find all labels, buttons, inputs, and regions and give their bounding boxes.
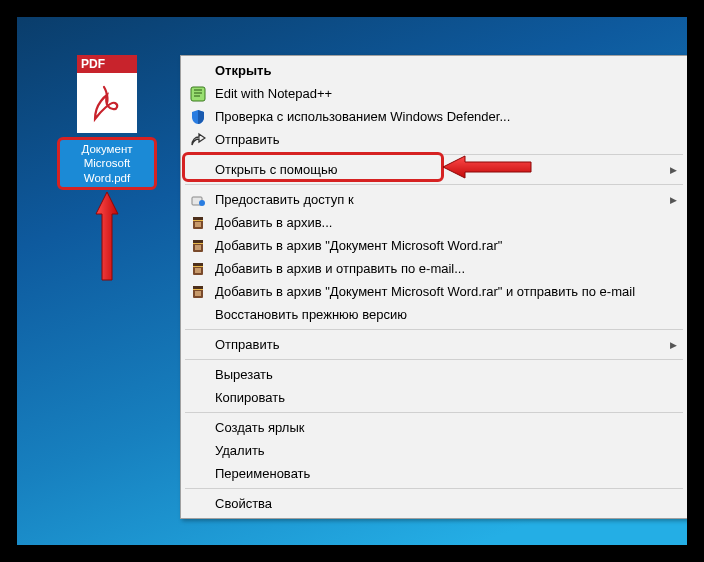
blank-icon bbox=[189, 442, 207, 460]
menu-separator bbox=[185, 184, 683, 185]
menu-separator bbox=[185, 329, 683, 330]
blank-icon bbox=[189, 389, 207, 407]
blank-icon bbox=[189, 306, 207, 324]
blank-icon bbox=[189, 419, 207, 437]
give-icon bbox=[189, 191, 207, 209]
svg-rect-8 bbox=[193, 240, 203, 243]
menu-item-label: Проверка с использованием Windows Defend… bbox=[215, 109, 663, 124]
menu-item[interactable]: Добавить в архив... bbox=[183, 211, 685, 234]
menu-item-label: Вырезать bbox=[215, 367, 663, 382]
rar-icon bbox=[189, 260, 207, 278]
share-icon bbox=[189, 131, 207, 149]
svg-rect-9 bbox=[195, 245, 201, 250]
menu-separator bbox=[185, 154, 683, 155]
menu-item-label: Edit with Notepad++ bbox=[215, 86, 663, 101]
menu-item-label: Копировать bbox=[215, 390, 663, 405]
menu-item[interactable]: Переименовать bbox=[183, 462, 685, 485]
blank-icon bbox=[189, 336, 207, 354]
blank-icon bbox=[189, 465, 207, 483]
menu-item-label: Добавить в архив "Документ Microsoft Wor… bbox=[215, 238, 663, 253]
menu-item-label: Восстановить прежнюю версию bbox=[215, 307, 663, 322]
menu-item-label: Добавить в архив... bbox=[215, 215, 663, 230]
menu-item[interactable]: Вырезать bbox=[183, 363, 685, 386]
menu-item[interactable]: Свойства bbox=[183, 492, 685, 515]
svg-rect-10 bbox=[193, 243, 203, 244]
menu-item[interactable]: Создать ярлык bbox=[183, 416, 685, 439]
blank-icon bbox=[189, 366, 207, 384]
menu-item-label: Свойства bbox=[215, 496, 663, 511]
desktop[interactable]: PDF Документ Microsoft Word.pdf ОткрытьE… bbox=[17, 17, 687, 545]
menu-item-label: Создать ярлык bbox=[215, 420, 663, 435]
rar-icon bbox=[189, 237, 207, 255]
svg-rect-16 bbox=[193, 286, 203, 289]
arrow-to-file bbox=[93, 192, 121, 282]
menu-item[interactable]: Edit with Notepad++ bbox=[183, 82, 685, 105]
svg-point-2 bbox=[199, 200, 205, 206]
menu-item-label: Отправить bbox=[215, 132, 663, 147]
menu-item-label: Предоставить доступ к bbox=[215, 192, 663, 207]
menu-item[interactable]: Открыть с помощью▶ bbox=[183, 158, 685, 181]
svg-rect-18 bbox=[193, 289, 203, 290]
blank-icon bbox=[189, 62, 207, 80]
pdf-file[interactable]: PDF Документ Microsoft Word.pdf bbox=[57, 55, 157, 190]
svg-rect-0 bbox=[191, 87, 205, 101]
menu-separator bbox=[185, 488, 683, 489]
menu-item-label: Открыть bbox=[215, 63, 663, 78]
svg-rect-13 bbox=[195, 268, 201, 273]
menu-item[interactable]: Проверка с использованием Windows Defend… bbox=[183, 105, 685, 128]
svg-rect-4 bbox=[193, 217, 203, 220]
rar-icon bbox=[189, 283, 207, 301]
chevron-right-icon: ▶ bbox=[670, 340, 677, 350]
file-label: Документ Microsoft Word.pdf bbox=[57, 137, 157, 190]
menu-item-label: Добавить в архив "Документ Microsoft Wor… bbox=[215, 284, 663, 299]
menu-item-label: Переименовать bbox=[215, 466, 663, 481]
blank-icon bbox=[189, 161, 207, 179]
shield-icon bbox=[189, 108, 207, 126]
pdf-badge: PDF bbox=[77, 55, 137, 73]
menu-item[interactable]: Добавить в архив "Документ Microsoft Wor… bbox=[183, 280, 685, 303]
svg-rect-14 bbox=[193, 266, 203, 267]
menu-item[interactable]: Предоставить доступ к▶ bbox=[183, 188, 685, 211]
menu-separator bbox=[185, 359, 683, 360]
menu-item[interactable]: Отправить bbox=[183, 128, 685, 151]
adobe-icon bbox=[77, 73, 137, 133]
menu-item-label: Добавить в архив и отправить по e-mail..… bbox=[215, 261, 663, 276]
svg-marker-20 bbox=[96, 192, 118, 280]
svg-rect-12 bbox=[193, 263, 203, 266]
menu-separator bbox=[185, 412, 683, 413]
chevron-right-icon: ▶ bbox=[670, 195, 677, 205]
menu-item[interactable]: Добавить в архив "Документ Microsoft Wor… bbox=[183, 234, 685, 257]
menu-item[interactable]: Восстановить прежнюю версию bbox=[183, 303, 685, 326]
rar-icon bbox=[189, 214, 207, 232]
notepad-icon bbox=[189, 85, 207, 103]
file-icon: PDF bbox=[77, 55, 137, 133]
chevron-right-icon: ▶ bbox=[670, 165, 677, 175]
svg-rect-17 bbox=[195, 291, 201, 296]
menu-item[interactable]: Копировать bbox=[183, 386, 685, 409]
menu-item-label: Удалить bbox=[215, 443, 663, 458]
menu-item[interactable]: Открыть bbox=[183, 59, 685, 82]
context-menu: ОткрытьEdit with Notepad++Проверка с исп… bbox=[180, 55, 687, 519]
menu-item[interactable]: Отправить▶ bbox=[183, 333, 685, 356]
svg-rect-6 bbox=[193, 220, 203, 221]
blank-icon bbox=[189, 495, 207, 513]
svg-rect-5 bbox=[195, 222, 201, 227]
menu-item[interactable]: Добавить в архив и отправить по e-mail..… bbox=[183, 257, 685, 280]
menu-item-label: Открыть с помощью bbox=[215, 162, 663, 177]
menu-item-label: Отправить bbox=[215, 337, 663, 352]
menu-item[interactable]: Удалить bbox=[183, 439, 685, 462]
